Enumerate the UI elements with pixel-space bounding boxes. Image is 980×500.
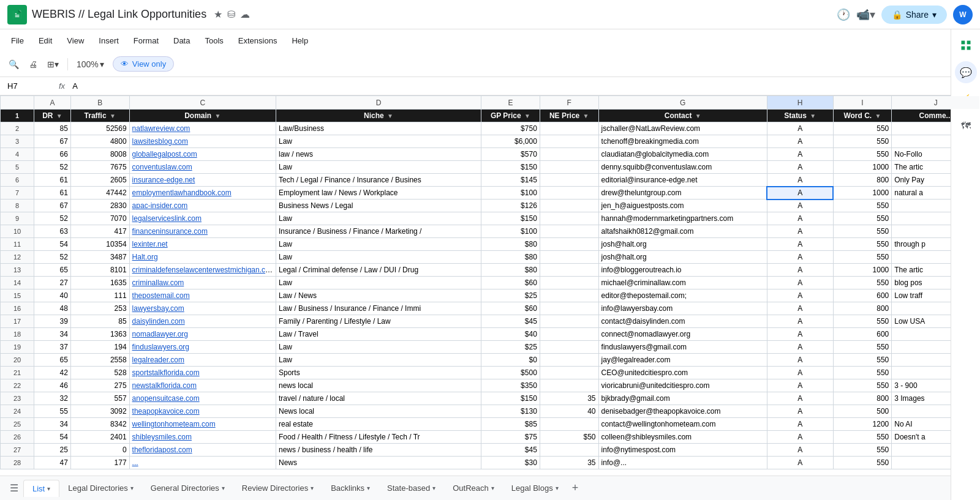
cell-12-niche[interactable]: Law	[276, 251, 481, 264]
cell-2-contact[interactable]: jschaller@NatLawReview.com	[598, 122, 767, 135]
cell-3-gp[interactable]: $6,000	[481, 135, 540, 148]
tab-outreach[interactable]: OutReach ▾	[444, 480, 503, 496]
cell-24-niche[interactable]: News local	[276, 405, 481, 418]
cell-28-niche[interactable]: News	[276, 457, 481, 469]
domain-link-6[interactable]: insurance-edge.net	[132, 176, 195, 184]
cell-7-niche[interactable]: Employment law / News / Workplace	[276, 187, 481, 200]
cell-27-gp[interactable]: $45	[481, 444, 540, 457]
domain-link-15[interactable]: thepostemail.com	[132, 291, 190, 300]
cell-18-dr[interactable]: 34	[34, 328, 71, 341]
history-button[interactable]: 🕐	[837, 8, 850, 21]
star-icon[interactable]: ★	[214, 9, 222, 20]
cell-5-traffic[interactable]: 7675	[70, 161, 129, 174]
cell-23-gp[interactable]: $150	[481, 392, 540, 405]
cell-21-domain[interactable]: sportstalkflorida.com	[129, 367, 276, 379]
domain-link-3[interactable]: lawsitesblog.com	[132, 137, 188, 146]
cell-19-niche[interactable]: Law	[276, 341, 481, 354]
sheets-button[interactable]: ⊞▾	[43, 57, 62, 72]
cell-8-niche[interactable]: Business News / Legal	[276, 200, 481, 212]
cell-25-gp[interactable]: $85	[481, 418, 540, 431]
zoom-button[interactable]: 100%▾	[73, 57, 108, 72]
col-header-f[interactable]: F	[540, 96, 598, 110]
cell-17-niche[interactable]: Family / Parenting / Lifestyle / Law	[276, 315, 481, 328]
cell-15-gp[interactable]: $25	[481, 289, 540, 302]
view-only-button[interactable]: 👁 View only	[113, 56, 174, 72]
cell-12-domain[interactable]: Halt.org	[129, 251, 276, 264]
cell-4-wordc[interactable]: 550	[833, 148, 892, 161]
cell-3-status[interactable]: A	[767, 135, 833, 148]
cell-26-niche[interactable]: Food / Health / Fitness / Lifestyle / Te…	[276, 431, 481, 444]
tab-backlinks[interactable]: Backlinks ▾	[322, 480, 379, 496]
share-button[interactable]: 🔒 Share ▾	[881, 6, 947, 24]
cell-18-wordc[interactable]: 600	[833, 328, 892, 341]
cell-26-dr[interactable]: 54	[34, 431, 71, 444]
cell-12-traffic[interactable]: 3487	[70, 251, 129, 264]
cell-16-status[interactable]: A	[767, 302, 833, 315]
cell-20-dr[interactable]: 65	[34, 354, 71, 367]
cell-19-ne[interactable]	[540, 341, 598, 354]
cell-5-contact[interactable]: denny.squibb@conventuslaw.com	[598, 161, 767, 174]
cell-7-ne[interactable]	[540, 187, 598, 200]
cell-9-status[interactable]: A	[767, 212, 833, 225]
cell-6-contact[interactable]: editorial@insurance-edge.net	[598, 174, 767, 187]
cell-26-wordc[interactable]: 550	[833, 431, 892, 444]
cell-28-gp[interactable]: $30	[481, 457, 540, 469]
cell-12-contact[interactable]: josh@halt.org	[598, 251, 767, 264]
domain-link-13[interactable]: criminaldefenselawcenterwestmichigan.com	[132, 266, 276, 274]
cell-19-dr[interactable]: 37	[34, 341, 71, 354]
cell-27-traffic[interactable]: 0	[70, 444, 129, 457]
cell-14-contact[interactable]: michael@criminallaw.com	[598, 277, 767, 289]
cell-19-contact[interactable]: finduslawyers@gmail.com	[598, 341, 767, 354]
cell-24-contact[interactable]: denisebadger@theapopkavoice.com	[598, 405, 767, 418]
cell-22-contact[interactable]: vioricabruni@unitedcitiespro.com	[598, 379, 767, 392]
cell-25-wordc[interactable]: 1200	[833, 418, 892, 431]
cell-25-status[interactable]: A	[767, 418, 833, 431]
cell-12-gp[interactable]: $80	[481, 251, 540, 264]
cell-23-contact[interactable]: bjkbrady@gmail.com	[598, 392, 767, 405]
cell-2-domain[interactable]: natlawreview.com	[129, 122, 276, 135]
cell-23-domain[interactable]: anopensuitcase.com	[129, 392, 276, 405]
cell-2-traffic[interactable]: 52569	[70, 122, 129, 135]
cell-3-traffic[interactable]: 4800	[70, 135, 129, 148]
search-button[interactable]: 🔍	[5, 57, 23, 72]
cell-9-wordc[interactable]: 550	[833, 212, 892, 225]
cell-17-gp[interactable]: $45	[481, 315, 540, 328]
cell-3-ne[interactable]	[540, 135, 598, 148]
tab-state-based[interactable]: State-based ▾	[379, 480, 444, 496]
cell-27-wordc[interactable]: 550	[833, 444, 892, 457]
cell-28-domain[interactable]: ...	[129, 457, 276, 469]
cell-16-niche[interactable]: Law / Business / Insurance / Finance / I…	[276, 302, 481, 315]
menu-view[interactable]: View	[61, 34, 90, 48]
cell-4-contact[interactable]: claudiatan@globalcitymedia.com	[598, 148, 767, 161]
tab-review-directories[interactable]: Review Directories ▾	[233, 480, 322, 496]
cell-5-gp[interactable]: $150	[481, 161, 540, 174]
domain-link-24[interactable]: theapopkavoice.com	[132, 407, 200, 416]
cell-2-wordc[interactable]: 550	[833, 122, 892, 135]
cell-11-wordc[interactable]: 550	[833, 238, 892, 251]
cell-4-gp[interactable]: $570	[481, 148, 540, 161]
cell-5-dr[interactable]: 52	[34, 161, 71, 174]
cell-10-niche[interactable]: Insurance / Business / Finance / Marketi…	[276, 225, 481, 238]
cell-17-contact[interactable]: contact@daisylinden.com	[598, 315, 767, 328]
cell-26-traffic[interactable]: 2401	[70, 431, 129, 444]
cell-22-domain[interactable]: newstalkflorida.com	[129, 379, 276, 392]
menu-file[interactable]: File	[5, 34, 30, 48]
domain-link-4[interactable]: globallegalpost.com	[132, 150, 197, 159]
cell-2-gp[interactable]: $750	[481, 122, 540, 135]
cell-21-wordc[interactable]: 550	[833, 367, 892, 379]
cell-22-dr[interactable]: 46	[34, 379, 71, 392]
cell-12-wordc[interactable]: 550	[833, 251, 892, 264]
cell-18-gp[interactable]: $40	[481, 328, 540, 341]
domain-link-17[interactable]: daisylinden.com	[132, 317, 185, 326]
cell-18-status[interactable]: A	[767, 328, 833, 341]
col-header-b[interactable]: B	[70, 96, 129, 110]
cloud-icon[interactable]: ☁	[240, 9, 250, 20]
col-header-c[interactable]: C	[129, 96, 276, 110]
cell-24-wordc[interactable]: 500	[833, 405, 892, 418]
cell-21-traffic[interactable]: 528	[70, 367, 129, 379]
domain-link-28[interactable]: ...	[132, 458, 138, 467]
domain-link-25[interactable]: wellingtonhometeam.com	[132, 420, 216, 428]
domain-link-26[interactable]: shibleysmiles.com	[132, 433, 192, 441]
domain-link-7[interactable]: employmentlawhandbook.com	[132, 188, 232, 197]
cell-13-niche[interactable]: Legal / Criminal defense / Law / DUI / D…	[276, 264, 481, 277]
